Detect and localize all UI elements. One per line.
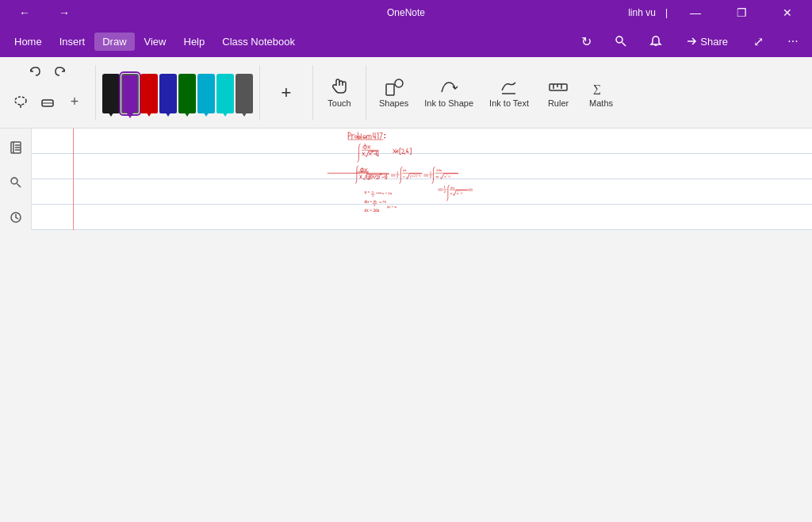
- svg-text:2: 2: [414, 175, 416, 178]
- eraser-button[interactable]: [35, 89, 60, 114]
- add-button[interactable]: +: [266, 78, 306, 108]
- svg-text:2: 2: [430, 175, 432, 178]
- ink-to-text-button[interactable]: Ink to Text: [483, 73, 535, 113]
- menubar: Home Insert Draw View Help Class Noteboo…: [0, 25, 812, 57]
- menu-class-notebook[interactable]: Class Notebook: [214, 33, 303, 51]
- note-canvas[interactable]: (missing) 1 2 dx x ( x / 2 ): [32, 129, 812, 230]
- svg-line-20: [17, 184, 21, 188]
- left-sidebar: [0, 129, 32, 230]
- separator-2: [259, 65, 260, 121]
- notifications-button[interactable]: [643, 29, 668, 54]
- svg-text:xu: xu: [435, 175, 439, 178]
- menu-help[interactable]: Help: [176, 33, 213, 51]
- ruler-button[interactable]: Ruler: [538, 73, 578, 113]
- pen-cyan[interactable]: [197, 74, 215, 113]
- svg-text:-1: -1: [460, 192, 462, 195]
- toolbar: +: [0, 57, 812, 129]
- ink-to-text-label: Ink to Text: [489, 98, 529, 108]
- svg-text:x: x: [412, 175, 413, 178]
- sidebar-notebook-icon[interactable]: [3, 135, 29, 160]
- titlebar-left: ← →: [6, 0, 82, 25]
- ink-to-shape-label: Ink to Shape: [424, 98, 473, 108]
- separator-3: [312, 65, 313, 121]
- pen-purple[interactable]: [121, 74, 139, 113]
- undo-redo-group: +: [6, 57, 89, 128]
- lasso-button[interactable]: [8, 89, 33, 114]
- restore-button[interactable]: ❐: [723, 0, 760, 25]
- sidebar-history-icon[interactable]: [3, 205, 29, 230]
- svg-text:x: x: [372, 190, 374, 194]
- svg-text:(missing): (missing): [358, 171, 370, 174]
- svg-text:2: 2: [372, 194, 373, 198]
- svg-text:1: 1: [444, 185, 446, 189]
- forward-button[interactable]: →: [46, 0, 82, 25]
- touch-button[interactable]: Touch: [320, 73, 359, 113]
- lasso-eraser-row: +: [8, 89, 87, 114]
- expand-button[interactable]: ⤢: [745, 29, 771, 54]
- svg-text:u =: u =: [365, 190, 370, 194]
- menu-draw[interactable]: Draw: [94, 33, 134, 51]
- separator-4: [366, 65, 366, 121]
- titlebar-right: linh vu | — ❐ ✕: [628, 0, 806, 25]
- svg-text:/: /: [413, 175, 414, 178]
- user-name: linh vu: [628, 7, 656, 18]
- svg-point-19: [11, 178, 17, 184]
- svg-text:du: du: [450, 186, 454, 190]
- math-content: (missing) 1 2 dx x ( x / 2 ): [32, 129, 812, 230]
- pen-red[interactable]: [140, 74, 158, 113]
- maths-label: Maths: [589, 98, 613, 108]
- ink-to-shape-button[interactable]: Ink to Shape: [418, 73, 480, 113]
- svg-text:2: 2: [444, 190, 446, 194]
- app-title: OneNote: [387, 7, 425, 18]
- ruler-label: Ruler: [548, 98, 569, 108]
- back-button[interactable]: ←: [6, 0, 43, 25]
- svg-text:dx = 2du: dx = 2du: [365, 208, 380, 213]
- shapes-button[interactable]: Shapes: [373, 73, 415, 113]
- svg-point-2: [15, 97, 26, 105]
- svg-point-7: [395, 79, 403, 87]
- menu-view[interactable]: View: [136, 33, 174, 51]
- divider: |: [665, 7, 668, 18]
- pen-black[interactable]: [102, 74, 120, 113]
- search-button[interactable]: [608, 29, 634, 54]
- maths-button[interactable]: ∑ Maths: [581, 73, 621, 113]
- close-button[interactable]: ✕: [769, 0, 806, 25]
- ink-area: (missing) 1 2 dx x ( x / 2 ): [0, 129, 812, 230]
- svg-text:⟹ x = 2u: ⟹ x = 2u: [376, 191, 393, 195]
- titlebar: ← → OneNote linh vu | — ❐ ✕: [0, 0, 812, 25]
- svg-text:-1: -1: [419, 175, 421, 178]
- undo-button[interactable]: [25, 60, 47, 83]
- svg-text:2: 2: [396, 175, 399, 178]
- svg-line-31: [375, 175, 376, 178]
- svg-text:du =: du =: [365, 199, 373, 204]
- svg-text:2du: 2du: [436, 168, 442, 172]
- pen-green[interactable]: [178, 74, 196, 113]
- svg-text:dx: dx: [403, 168, 407, 172]
- undo-redo-row: [25, 60, 71, 83]
- svg-point-26: [385, 137, 385, 138]
- pen-color-group: [102, 69, 253, 117]
- share-label: Share: [700, 36, 728, 48]
- minimize-button[interactable]: —: [677, 0, 714, 25]
- sidebar-search-icon[interactable]: [3, 170, 29, 195]
- svg-text:u: u: [450, 192, 452, 195]
- menu-insert[interactable]: Insert: [52, 33, 94, 51]
- redo-button[interactable]: [48, 60, 71, 83]
- svg-text:u 70: u 70: [379, 200, 386, 204]
- pen-blue[interactable]: [159, 74, 177, 113]
- svg-point-22: [354, 136, 357, 138]
- svg-text:1: 1: [430, 171, 432, 175]
- svg-rect-9: [550, 84, 567, 90]
- svg-point-23: [358, 136, 360, 138]
- add-pen-button[interactable]: +: [62, 89, 87, 114]
- refresh-button[interactable]: ↻: [573, 29, 599, 54]
- share-button[interactable]: Share: [678, 33, 736, 51]
- svg-text:∑: ∑: [593, 83, 601, 94]
- svg-text:x: x: [403, 175, 404, 178]
- more-button[interactable]: ···: [780, 29, 806, 54]
- svg-point-25: [385, 134, 385, 135]
- pen-teal[interactable]: [216, 74, 234, 113]
- svg-text:1: 1: [396, 171, 399, 175]
- pen-dark[interactable]: [236, 74, 253, 113]
- menu-home[interactable]: Home: [6, 33, 50, 51]
